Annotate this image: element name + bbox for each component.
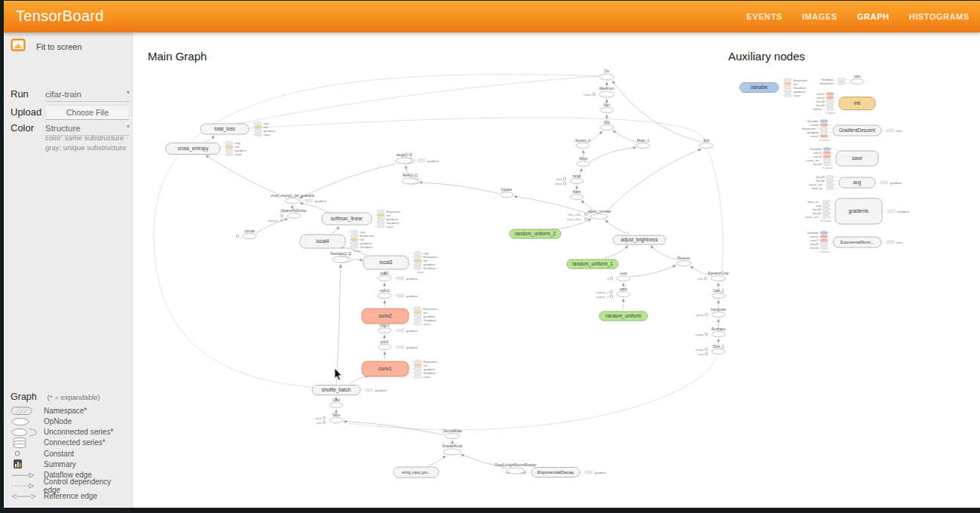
graph-node-total_loss[interactable]: total_lossavginitgradientsave: [201, 121, 276, 137]
graph-node-aux_gd[interactable]: GradientDescenttrainVariableconv1Exponen…: [802, 119, 902, 142]
namespace-icon: [11, 406, 44, 416]
svg-text:Div: Div: [605, 69, 610, 73]
svg-text:Square: Square: [501, 188, 513, 192]
run-select-value: cifar-train: [45, 90, 81, 99]
color-label: Color: [11, 122, 45, 134]
graph-node-pool1[interactable]: pool1gradient: [378, 340, 418, 350]
graph-node-concat[interactable]: concat...: [232, 229, 256, 239]
graph-node-div[interactable]: Div: [599, 69, 614, 80]
nav-tab-events[interactable]: EVENTS: [746, 12, 782, 21]
mouse-cursor: [335, 368, 341, 380]
nav-tab-graph[interactable]: GRAPH: [857, 12, 890, 21]
svg-text:limit: limit: [556, 177, 562, 181]
nav-tab-histograms[interactable]: HISTOGRAMS: [909, 12, 969, 21]
graph-node-readerread[interactable]: ReaderRead: [443, 444, 462, 455]
svg-text:norm2: norm2: [379, 289, 389, 293]
run-select[interactable]: cifar-train ▾: [45, 88, 130, 102]
svg-text:cross_entropy: cross_entropy: [178, 146, 210, 152]
svg-text:transpose: transpose: [711, 308, 727, 312]
graph-node-square1[interactable]: Square_1: [575, 139, 590, 149]
color-hint: color: same substructure gray: unique su…: [45, 133, 126, 153]
graph-node-random_uniform_2[interactable]: random_uniform_2: [510, 229, 561, 238]
graph-node-reshape[interactable]: Reshapeshape: [695, 327, 726, 337]
graph-node-adjust_brightness[interactable]: adjust_brightness: [613, 235, 666, 244]
run-label: Run: [11, 88, 45, 100]
graph-node-sub[interactable]: Sub: [600, 121, 614, 131]
graph-node-shuffle_batch[interactable]: shuffle_batchgradient: [312, 386, 387, 395]
svg-text:conv2: conv2: [378, 313, 392, 318]
graph-node-random_uniform[interactable]: random_uniform: [599, 312, 648, 321]
graph-node-cepe[interactable]: cross_entropy_per_examplegradient: [271, 194, 327, 204]
graph-node-square[interactable]: Square: [500, 188, 513, 198]
svg-text:avg: avg: [853, 180, 862, 186]
svg-text:shape: shape: [695, 333, 704, 336]
graph-node-pool2[interactable]: pool2gradient: [378, 272, 418, 281]
graph-node-less[interactable]: Lessy: [607, 272, 630, 281]
svg-text:gradient: gradient: [406, 329, 418, 333]
graph-node-range13[interactable]: range[1-3]gradient: [396, 153, 439, 164]
graph-node-maximum[interactable]: MaximumConst: [583, 87, 615, 97]
graph-canvas: Main Graph Auxiliary nodes total_lossavg…: [133, 32, 980, 508]
svg-text:random_uniform_1: random_uniform_1: [572, 261, 614, 267]
graph-node-slice[interactable]: Slicestartsize: [315, 413, 343, 425]
svg-text:Rank[1-2]: Rank[1-2]: [403, 174, 418, 177]
graph-node-decoderaw[interactable]: DecodeRaw: [443, 429, 462, 439]
graph-node-aux_save[interactable]: saveVariableconv1conv2cross_en...local35…: [806, 147, 878, 170]
graph-node-transpose[interactable]: transposeperm: [697, 308, 727, 318]
graph-node-aux_init[interactable]: initconv1conv2local3local4softma...3 mor…: [813, 92, 875, 115]
svg-text:ExponentialDecay: ExponentialDecay: [537, 470, 574, 475]
graph-node-rank2[interactable]: Rank: [570, 190, 583, 200]
svg-text:min_valu...: min_valu...: [568, 213, 583, 217]
svg-text:Mean: Mean: [579, 157, 588, 161]
svg-text:conv1: conv1: [378, 366, 392, 371]
upload-choose-file-button[interactable]: Choose File: [45, 105, 130, 120]
graph-node-local4[interactable]: local4avgExponent...initgradientGradient…: [300, 230, 376, 253]
graph-node-softmax_linear[interactable]: softmax_linearExponent...initgradientGra…: [322, 210, 403, 229]
graph-node-local3[interactable]: local3avgExponent...initgradientGradient…: [363, 251, 439, 274]
svg-text:conv2: conv2: [810, 134, 819, 138]
graph-node-conv1[interactable]: conv1Exponent...initgradientGradient...s…: [362, 360, 439, 379]
svg-text:Sub: Sub: [604, 121, 611, 124]
graph-node-slice1[interactable]: Slice_1beginsize: [696, 345, 725, 356]
svg-text:FixedLengthRecordReader: FixedLengthRecordReader: [495, 463, 537, 467]
fit-to-screen-icon[interactable]: [11, 38, 26, 54]
graph-node-mean1[interactable]: Mean_1: [636, 139, 650, 149]
legend-item-label: Reference edge: [44, 492, 97, 500]
graph-node-range2[interactable]: rangelimitdelta: [555, 174, 583, 186]
graph-node-pack[interactable]: packvalues_1values_2: [596, 287, 630, 299]
graph-node-aux_train[interactable]: trainGradient...Exponent...: [819, 75, 864, 86]
legend-item-controldep: Control dependency edge: [11, 481, 130, 491]
graph-node-random_uniform_1[interactable]: random_uniform_1: [567, 260, 618, 269]
graph-node-sparse[interactable]: SparseToDense......default_: [268, 209, 307, 223]
nav-tab-images[interactable]: IMAGES: [802, 12, 838, 21]
graph-node-reshape13[interactable]: Reshape[1-3]: [330, 252, 351, 263]
tensorboard-window: TensorBoard EVENTSIMAGESGRAPHHISTOGRAMS …: [4, 1, 980, 508]
graph-node-adjust_contrast[interactable]: adjust_contrastmin_valu...max_valu...: [567, 210, 611, 221]
svg-text:SparseToDense: SparseToDense: [282, 209, 307, 213]
graph-node-sub2[interactable]: Sub: [700, 139, 713, 149]
graph-node-aux_gradients[interactable]: gradientsGradient...total_lo...avglocal3…: [805, 198, 912, 224]
graph-node-sqrt[interactable]: Sqrt: [600, 103, 614, 113]
graph-node-reverse[interactable]: Reverse: [676, 256, 691, 266]
graph-node-cast[interactable]: Cast: [329, 398, 343, 408]
graph-node-mean[interactable]: Mean: [577, 157, 590, 167]
legend-item-label: Constant: [44, 450, 74, 458]
graph-node-cross_entropy[interactable]: cross_entropyavginitgradientsave: [166, 141, 247, 156]
graph-node-aux_ema[interactable]: ExponentialMovin...trainVariableconv1con…: [807, 231, 903, 253]
graph-node-rank12[interactable]: Rank[1-2]: [402, 174, 421, 184]
svg-text:concat: concat: [244, 229, 255, 233]
graph-node-string_input[interactable]: string_input_pro...: [394, 467, 439, 478]
graph-node-norm2[interactable]: norm2gradient: [378, 289, 418, 299]
graph-node-norm1[interactable]: norm1gradient: [378, 324, 418, 333]
svg-text:init: init: [854, 100, 861, 106]
graph-node-conv2[interactable]: conv2Exponent...initgradientGradient...s…: [362, 307, 439, 326]
svg-text:...: ...: [232, 235, 235, 238]
fit-to-screen-label[interactable]: Fit to screen: [36, 42, 82, 51]
legend-item-opnode: OpNode: [11, 416, 130, 427]
graph-node-aux_avg[interactable]: avggradientlocal3local4cross_en...total_…: [809, 175, 902, 190]
graph-node-cast1[interactable]: Cast_1: [712, 289, 725, 299]
graph-node-aux_variable[interactable]: VariableExponent...initGradient...gradie…: [740, 78, 810, 97]
svg-text:save: save: [387, 225, 394, 229]
app-title: TensorBoard: [16, 8, 104, 25]
graph-svg[interactable]: total_lossavginitgradientsavecross_entro…: [133, 32, 980, 508]
